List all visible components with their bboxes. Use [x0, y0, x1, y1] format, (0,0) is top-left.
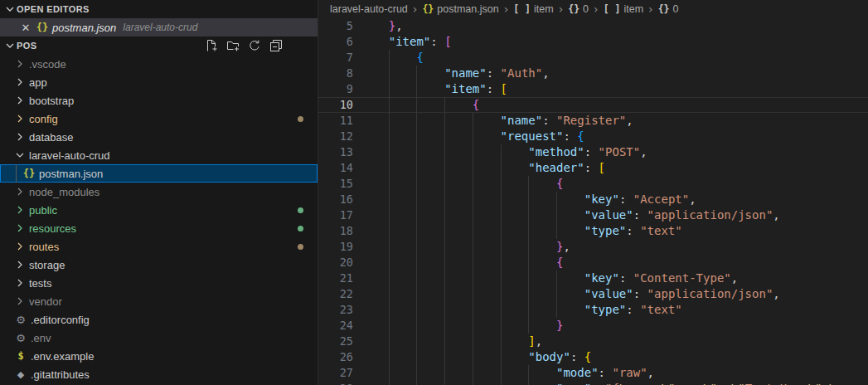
indent-guide [528, 318, 529, 334]
code-line-9[interactable]: 9 "item": [ [318, 81, 868, 97]
code-line-6[interactable]: 6 "item": [ [318, 34, 868, 50]
refresh-icon[interactable] [247, 39, 261, 53]
code-line-13[interactable]: 13 "method": "POST", [318, 144, 868, 160]
code-line-22[interactable]: 22 "value": "application/json", [318, 286, 868, 302]
breadcrumb-item-laravel-auto-crud[interactable]: laravel-auto-crud [330, 3, 408, 15]
indent-guide [501, 302, 502, 318]
line-number: 14 [318, 160, 353, 176]
code-line-24[interactable]: 24 } [318, 318, 868, 334]
tree-item-label: .env [31, 332, 51, 344]
indent-guide [389, 334, 390, 349]
tree-item--env[interactable]: ⚙.env [0, 329, 318, 347]
tree-item--editorconfig[interactable]: ⚙.editorconfig [0, 310, 318, 329]
chevron-right-icon [13, 112, 27, 125]
code-token: "item" [389, 35, 431, 48]
tree-item-resources[interactable]: resources [0, 219, 318, 237]
code-line-12[interactable]: 12 "request": { [318, 129, 868, 144]
tree-item-laravel-auto-crud[interactable]: laravel-auto-crud [0, 146, 318, 164]
indent-guide [416, 318, 417, 334]
tree-item-label: .gitattributes [31, 368, 90, 381]
code-line-15[interactable]: 15 { [318, 176, 868, 192]
indent-guide [389, 270, 390, 286]
open-editors-header[interactable]: OPEN EDITORS [0, 0, 318, 18]
tree-item--gitattributes[interactable]: ◆.gitattributes [0, 365, 318, 383]
indent-guide [389, 349, 390, 365]
tree-item-vendor[interactable]: vendor [0, 292, 318, 310]
breadcrumb-item-item[interactable]: [ ]item [513, 3, 553, 15]
new-file-icon[interactable] [204, 39, 218, 53]
code-line-8[interactable]: 8 "name": "Auth", [318, 66, 868, 81]
code-area[interactable]: 5 },6 "item": [7 {8 "name": "Auth",9 "it… [318, 18, 868, 385]
new-folder-icon[interactable] [225, 39, 240, 53]
tree-item-node-modules[interactable]: node_modules [0, 183, 318, 201]
breadcrumb-item-0[interactable]: {}0 [658, 3, 679, 15]
code-line-14[interactable]: 14 "header": [ [318, 160, 868, 176]
code-token: { [577, 129, 584, 143]
code-line-25[interactable]: 25 ], [318, 334, 868, 349]
indent-guide [501, 223, 502, 239]
code-line-content: "raw": "{\n \"name\": \"Test User\",\n \… [361, 381, 868, 385]
code-line-10[interactable]: 10 { [318, 97, 868, 113]
code-line-16[interactable]: 16 "key": "Accept", [318, 192, 868, 207]
indent-guide [501, 176, 502, 192]
code-line-11[interactable]: 11 "name": "Register", [318, 113, 868, 129]
indent-guide [501, 207, 502, 223]
code-line-content: }, [361, 18, 868, 34]
code-line-27[interactable]: 27 "mode": "raw", [318, 365, 868, 381]
tree-item-app[interactable]: app [0, 73, 318, 91]
indent-guide [528, 239, 529, 255]
code-line-18[interactable]: 18 "type": "text" [318, 223, 868, 239]
code-token: , [626, 114, 633, 127]
chevron-right-icon [13, 185, 27, 198]
indent-guide [501, 144, 502, 160]
explorer-section-header[interactable]: POS [0, 37, 318, 55]
code-line-5[interactable]: 5 }, [318, 18, 868, 34]
code-line-20[interactable]: 20 { [318, 255, 868, 270]
tree-item-label: storage [29, 259, 65, 271]
code-line-21[interactable]: 21 "key": "Content-Type", [318, 270, 868, 286]
indent-guide [444, 286, 445, 302]
breadcrumb-item-0[interactable]: {}0 [568, 3, 589, 15]
indent-guide [501, 270, 502, 286]
line-number: 28 [318, 381, 353, 385]
git-status-badge [298, 116, 303, 122]
tree-item-bootstrap[interactable]: bootstrap [0, 91, 318, 110]
code-line-26[interactable]: 26 "body": { [318, 349, 868, 365]
code-line-28[interactable]: 28 "raw": "{\n \"name\": \"Test User\",\… [318, 381, 868, 385]
code-token: , [542, 66, 549, 80]
code-token: "type" [584, 224, 627, 237]
breadcrumb-item-label: item [534, 3, 554, 15]
indent-guide [473, 223, 473, 239]
line-number: 20 [318, 255, 353, 270]
indent-guide [444, 302, 445, 318]
code-token: "Accept" [633, 192, 689, 206]
code-line-7[interactable]: 7 { [318, 50, 868, 66]
chevron-right-icon [13, 258, 27, 271]
collapse-all-icon[interactable] [269, 39, 283, 53]
code-indent [361, 256, 556, 269]
tree-item-config[interactable]: config [0, 110, 318, 128]
tree-item--env-example[interactable]: $.env.example [0, 347, 318, 365]
close-icon[interactable]: ✕ [17, 22, 35, 34]
breadcrumb-item-label: item [623, 3, 643, 15]
code-line-23[interactable]: 23 "type": "text" [318, 302, 868, 318]
tree-item-public[interactable]: public [0, 201, 318, 219]
code-line-19[interactable]: 19 }, [318, 239, 868, 255]
indent-guide [501, 239, 502, 255]
tree-item-database[interactable]: database [0, 128, 318, 146]
tree-item-postman-json[interactable]: {}postman.json [0, 164, 318, 183]
code-token: , [731, 271, 738, 285]
tree-item-storage[interactable]: storage [0, 256, 318, 274]
tree-item-tests[interactable]: tests [0, 274, 318, 292]
breadcrumb-item-item[interactable]: [ ]item [604, 3, 643, 15]
indent-guide [416, 239, 417, 255]
tree-item-label: node_modules [29, 186, 99, 198]
tree-item--vscode[interactable]: .vscode [0, 55, 318, 73]
code-token: : [619, 271, 633, 285]
tree-item-routes[interactable]: routes [0, 237, 318, 256]
code-line-17[interactable]: 17 "value": "application/json", [318, 207, 868, 223]
code-token: [ [444, 35, 451, 48]
code-line-content: "name": "Register", [361, 113, 868, 129]
breadcrumb-item-postman-json[interactable]: {}postman.json [422, 3, 498, 15]
open-editor-item-postman-json[interactable]: ✕ {} postman.json laravel-auto-crud [0, 18, 318, 37]
